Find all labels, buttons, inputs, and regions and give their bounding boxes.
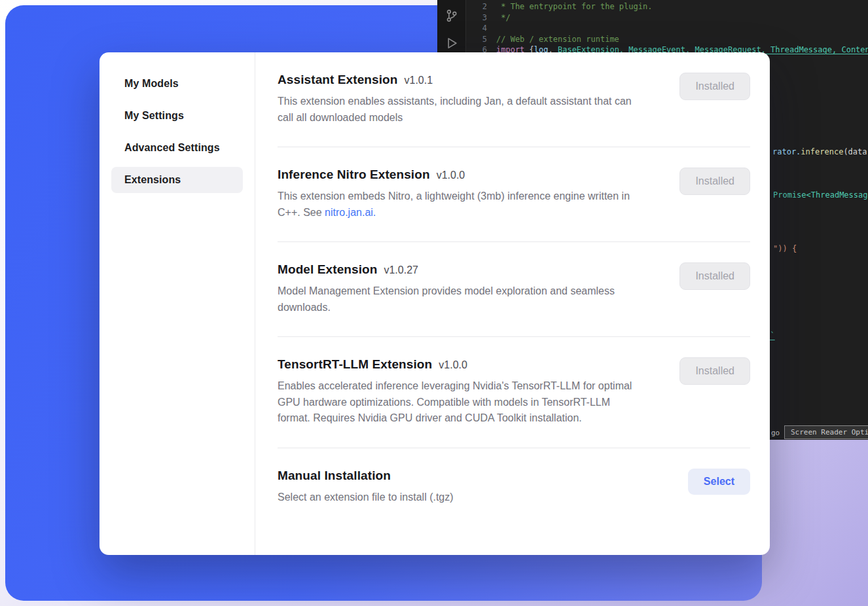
code-text: (data)); — [843, 147, 868, 156]
code-line: 5// Web / extension runtime — [466, 34, 868, 45]
code-fragment: ")) { — [773, 243, 797, 255]
extension-description: This extension enables assistants, inclu… — [278, 94, 636, 126]
status-bar-text: go — [771, 429, 780, 437]
select-file-button[interactable]: Select — [688, 469, 750, 495]
extension-title-line: Assistant Extension v1.0.1 — [278, 73, 636, 87]
nitro-jan-ai-link[interactable]: nitro.jan.ai. — [325, 207, 376, 218]
sidebar-item-extensions[interactable]: Extensions — [111, 167, 243, 193]
extension-row-assistant: Assistant Extension v1.0.1 This extensio… — [278, 52, 750, 147]
code-editor-lines: 2 * The entrypoint for the plugin. 3 */ … — [466, 1, 868, 56]
extension-description: Enables accelerated inference leveraging… — [278, 378, 636, 427]
code-line: 2 * The entrypoint for the plugin. — [466, 1, 868, 12]
extension-version: v1.0.1 — [405, 75, 433, 86]
sidebar-item-my-models[interactable]: My Models — [111, 71, 243, 97]
extension-row-tensorrt: TensortRT-LLM Extension v1.0.0 Enables a… — [278, 337, 750, 448]
installed-button[interactable]: Installed — [679, 357, 750, 385]
manual-installation-title: Manual Installation — [278, 469, 391, 483]
extension-info: Manual Installation Select an extension … — [278, 469, 454, 506]
screen: 2 * The entrypoint for the plugin. 3 */ … — [0, 0, 868, 606]
settings-sidebar: My Models My Settings Advanced Settings … — [99, 52, 255, 555]
manual-installation-row: Manual Installation Select an extension … — [278, 448, 750, 527]
extension-description: This extension embeds Nitro, a lightweig… — [278, 188, 636, 221]
line-number: 5 — [466, 34, 496, 45]
sidebar-item-label: Extensions — [124, 174, 181, 186]
extension-info: TensortRT-LLM Extension v1.0.0 Enables a… — [278, 357, 636, 427]
extension-title-line: Manual Installation — [278, 469, 454, 483]
installed-button[interactable]: Installed — [679, 168, 750, 195]
extension-info: Assistant Extension v1.0.1 This extensio… — [278, 73, 636, 126]
sidebar-item-my-settings[interactable]: My Settings — [111, 103, 243, 129]
extension-title-line: TensortRT-LLM Extension v1.0.0 — [278, 357, 636, 372]
extension-name: Model Extension — [278, 262, 377, 277]
extension-title-line: Model Extension v1.0.27 — [278, 262, 636, 277]
source-control-icon[interactable] — [443, 7, 461, 25]
extensions-panel: Assistant Extension v1.0.1 This extensio… — [255, 52, 770, 555]
code-fragment: Promise<ThreadMessage> — [773, 190, 868, 201]
extension-name: Inference Nitro Extension — [278, 168, 430, 182]
line-number: 2 — [466, 1, 496, 12]
screen-reader-optimized-button[interactable]: Screen Reader Optimized — [784, 425, 868, 439]
extension-row-nitro: Inference Nitro Extension v1.0.0 This ex… — [278, 147, 750, 242]
installed-button[interactable]: Installed — [679, 262, 750, 290]
extension-version: v1.0.0 — [439, 359, 467, 371]
manual-installation-description: Select an extension file to install (.tg… — [278, 490, 454, 506]
extension-version: v1.0.0 — [437, 169, 465, 181]
code-text: */ — [496, 12, 511, 24]
extension-row-model: Model Extension v1.0.27 Model Management… — [278, 242, 750, 337]
sidebar-item-label: My Settings — [124, 110, 184, 122]
code-fragment: rator.inference(data)); — [772, 147, 868, 158]
sidebar-item-label: My Models — [124, 78, 179, 90]
extension-info: Inference Nitro Extension v1.0.0 This ex… — [278, 168, 636, 221]
code-text: * The entrypoint for the plugin. — [496, 1, 652, 12]
run-debug-icon[interactable] — [443, 34, 461, 52]
extension-description: Model Management Extension provides mode… — [278, 283, 636, 315]
code-text: // Web / extension runtime — [496, 34, 619, 45]
code-line: 4 — [466, 23, 868, 34]
extension-name: TensortRT-LLM Extension — [278, 357, 432, 372]
line-number: 3 — [466, 12, 496, 24]
sidebar-item-advanced-settings[interactable]: Advanced Settings — [111, 135, 243, 161]
extension-info: Model Extension v1.0.27 Model Management… — [278, 262, 636, 315]
extension-title-line: Inference Nitro Extension v1.0.0 — [278, 168, 636, 182]
sidebar-item-label: Advanced Settings — [124, 142, 220, 154]
line-number: 4 — [466, 23, 496, 34]
code-line: 3 */ — [466, 12, 868, 24]
installed-button[interactable]: Installed — [679, 73, 750, 100]
extension-name: Assistant Extension — [278, 73, 398, 87]
extension-version: v1.0.27 — [384, 264, 418, 276]
code-text: inference — [801, 147, 843, 156]
settings-window: My Models My Settings Advanced Settings … — [99, 52, 770, 555]
code-text: rator. — [772, 147, 801, 156]
